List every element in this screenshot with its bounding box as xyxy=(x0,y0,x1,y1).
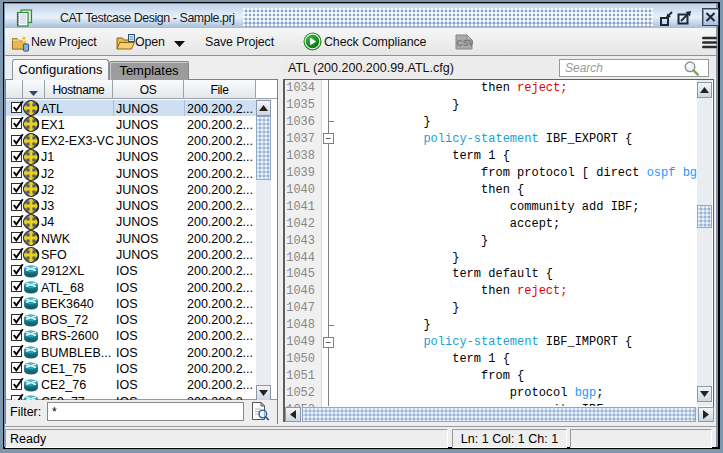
svg-text:CSV: CSV xyxy=(457,38,474,48)
